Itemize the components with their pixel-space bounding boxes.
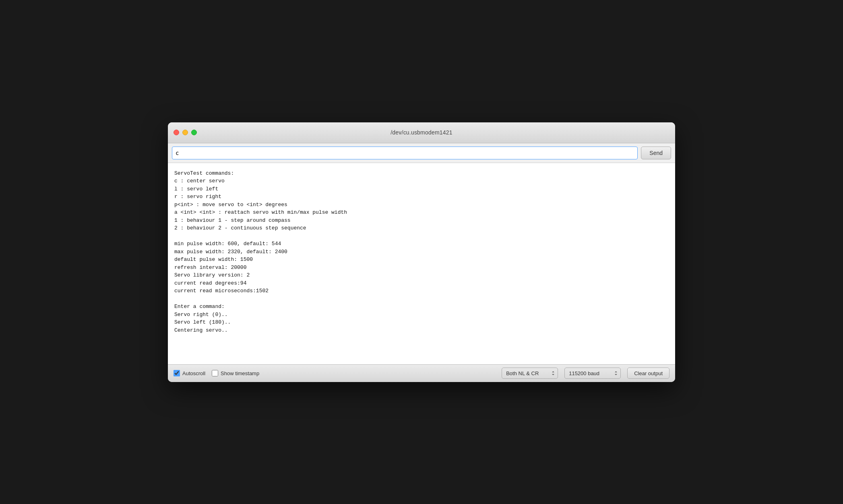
output-text: ServoTest commands: c : center servo l :… [174, 169, 669, 335]
maximize-button[interactable] [191, 130, 197, 135]
autoscroll-group: Autoscroll [174, 370, 205, 376]
clear-output-button[interactable]: Clear output [627, 368, 669, 379]
timestamp-group: Show timestamp [212, 370, 259, 376]
autoscroll-label[interactable]: Autoscroll [182, 370, 205, 376]
line-ending-select[interactable]: No line ending Newline Carriage return B… [502, 368, 558, 379]
window-title: /dev/cu.usbmodem1421 [391, 129, 452, 136]
command-input[interactable] [172, 147, 638, 159]
output-area[interactable]: ServoTest commands: c : center servo l :… [168, 163, 675, 364]
autoscroll-checkbox[interactable] [174, 370, 180, 376]
timestamp-checkbox[interactable] [212, 370, 218, 376]
line-ending-group: No line ending Newline Carriage return B… [502, 368, 558, 379]
statusbar: Autoscroll Show timestamp No line ending… [168, 364, 675, 382]
toolbar: Send [168, 143, 675, 163]
minimize-button[interactable] [182, 130, 188, 135]
timestamp-label[interactable]: Show timestamp [221, 370, 259, 376]
titlebar: /dev/cu.usbmodem1421 [168, 122, 675, 143]
send-button[interactable]: Send [641, 147, 671, 159]
main-window: /dev/cu.usbmodem1421 Send ServoTest comm… [168, 122, 675, 382]
baud-rate-group: 300 baud 1200 baud 2400 baud 4800 baud 9… [564, 368, 621, 379]
traffic-lights [174, 130, 197, 135]
baud-rate-select[interactable]: 300 baud 1200 baud 2400 baud 4800 baud 9… [564, 368, 621, 379]
close-button[interactable] [174, 130, 179, 135]
